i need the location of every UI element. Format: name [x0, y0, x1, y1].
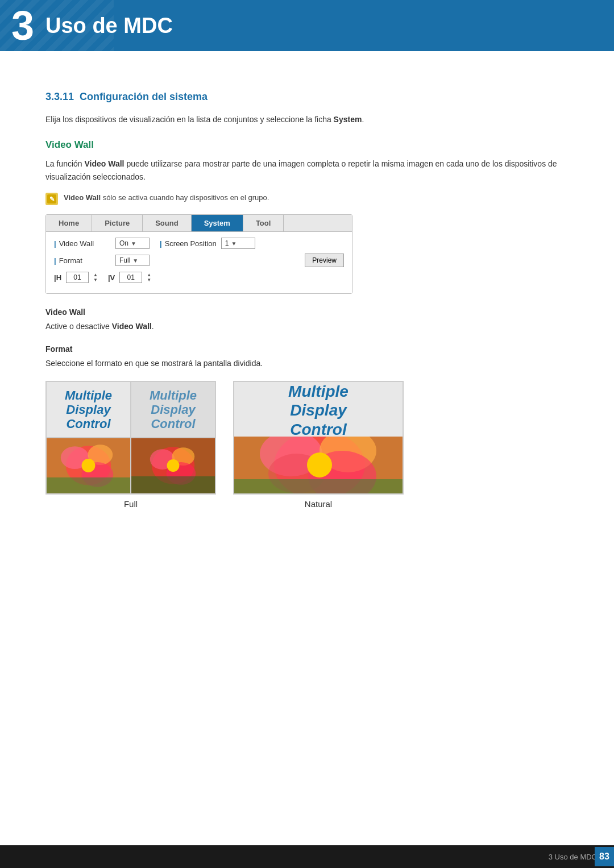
body-format-label: Format	[45, 344, 569, 354]
screenpos-select[interactable]: 1 ▼	[221, 238, 255, 249]
svg-rect-23	[234, 479, 403, 493]
flower-svg-3	[47, 438, 130, 493]
panel-tabs: Home Picture Sound System Tool	[46, 215, 352, 232]
mdc-text-2: MultipleDisplayControl	[150, 388, 197, 431]
h-label: |H	[54, 273, 61, 282]
videowall-label: Video Wall	[54, 239, 111, 248]
h-spinner[interactable]: ▲▼	[93, 272, 98, 283]
screenpos-arrow: ▼	[231, 240, 237, 247]
format-full-label: Full	[124, 499, 138, 509]
format-natural-item: MultipleDisplayControl Na	[233, 381, 404, 509]
v-label: |V	[108, 273, 115, 282]
video-wall-heading: Video Wall	[45, 139, 569, 151]
main-content: 3.3.11 Configuración del sistema Elija l…	[0, 51, 614, 560]
screenpos-label: Screen Position	[160, 239, 217, 248]
format-natural-label: Natural	[305, 499, 332, 509]
videowall-select[interactable]: On ▼	[115, 238, 150, 249]
tab-tool[interactable]: Tool	[243, 215, 284, 231]
mdc-cell-4	[131, 438, 215, 493]
format-images-row: MultipleDisplayControl MultipleDisplayCo…	[45, 381, 569, 509]
body-videowall-text: Active o desactive Video Wall.	[45, 320, 569, 333]
tab-system[interactable]: System	[192, 215, 243, 231]
natural-top: MultipleDisplayControl	[234, 382, 403, 439]
note-icon: ✎	[45, 193, 58, 205]
footer-page-number: 83	[595, 847, 614, 866]
panel-row-hv: |H 01 ▲▼ |V 01 ▲▼	[54, 272, 344, 283]
video-wall-description: La función Video Wall puede utilizarse p…	[45, 157, 569, 183]
chapter-number: 3	[11, 5, 34, 46]
svg-text:✎: ✎	[49, 196, 55, 202]
section-number: 3.3.11	[45, 91, 74, 102]
system-word: System	[334, 115, 362, 124]
section-intro: Elija los dispositivos de visualización …	[45, 113, 569, 126]
mdc-cell-2: MultipleDisplayControl	[131, 382, 215, 437]
section-heading: 3.3.11 Configuración del sistema	[45, 91, 569, 103]
v-spinner[interactable]: ▲▼	[147, 272, 151, 283]
h-value[interactable]: 01	[66, 272, 89, 283]
natural-flower-svg	[234, 437, 403, 493]
body-videowall-label: Video Wall	[45, 308, 569, 317]
natural-bottom	[234, 437, 403, 493]
screenpos-value: 1	[225, 239, 229, 247]
preview-button[interactable]: Preview	[305, 254, 344, 267]
chapter-header: 3 Uso de MDC	[0, 0, 614, 51]
mdc-cell-3	[47, 438, 130, 493]
tab-picture[interactable]: Picture	[92, 215, 143, 231]
note-text: Video Wall sólo se activa cuando hay dis…	[64, 192, 269, 203]
format-full-preview: MultipleDisplayControl MultipleDisplayCo…	[45, 381, 216, 495]
chapter-title: Uso de MDC	[45, 14, 173, 38]
body-format-text: Seleccione el formato en que se mostrará…	[45, 357, 569, 369]
format-label-ui: Format	[54, 256, 111, 265]
format-full-item: MultipleDisplayControl MultipleDisplayCo…	[45, 381, 216, 509]
ui-panel: Home Picture Sound System Tool Video Wal…	[45, 214, 352, 294]
section-title: Configuración del sistema	[80, 91, 208, 102]
footer-text: 3 Uso de MDC	[549, 853, 597, 861]
svg-point-7	[82, 459, 96, 473]
tab-home[interactable]: Home	[46, 215, 92, 231]
svg-point-22	[307, 452, 332, 477]
svg-point-14	[167, 460, 180, 472]
page-footer: 3 Uso de MDC 83	[0, 845, 614, 868]
format-natural-preview: MultipleDisplayControl	[233, 381, 404, 495]
mdc-cell-1: MultipleDisplayControl	[47, 382, 130, 437]
videowall-value: On	[119, 239, 128, 247]
note-bold: Video Wall	[64, 193, 101, 202]
panel-row-videowall: Video Wall On ▼ Screen Position 1 ▼	[54, 238, 344, 249]
flower-svg-4	[131, 438, 215, 493]
note-box: ✎ Video Wall sólo se activa cuando hay d…	[45, 192, 569, 205]
svg-rect-15	[131, 476, 215, 493]
v-value[interactable]: 01	[119, 272, 142, 283]
mdc-text-1: MultipleDisplayControl	[65, 388, 112, 431]
panel-row-format: Format Full ▼ Preview	[54, 254, 344, 267]
format-value: Full	[119, 256, 130, 264]
format-arrow: ▼	[132, 258, 138, 264]
svg-rect-8	[47, 477, 130, 493]
panel-body: Video Wall On ▼ Screen Position 1 ▼ Form…	[46, 232, 352, 293]
natural-mdc-text: MultipleDisplayControl	[288, 382, 349, 439]
format-select[interactable]: Full ▼	[115, 255, 150, 266]
tab-sound[interactable]: Sound	[143, 215, 191, 231]
videowall-arrow: ▼	[131, 240, 136, 247]
